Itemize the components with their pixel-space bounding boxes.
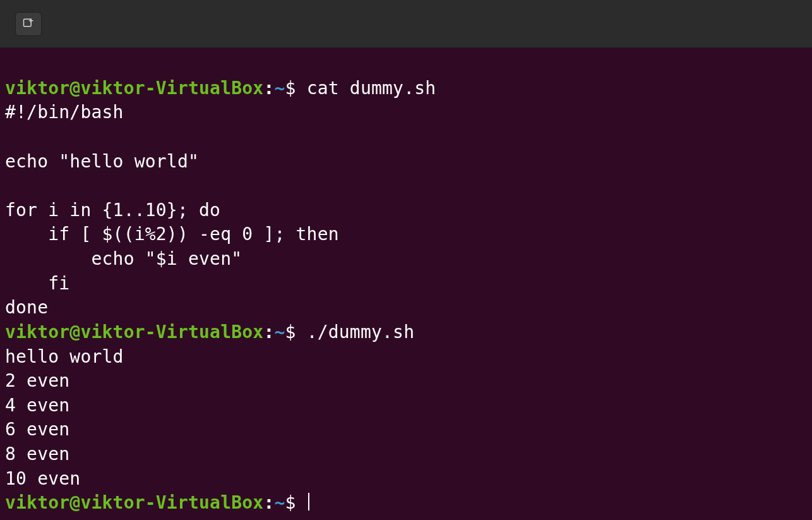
output-line: for i in {1..10}; do bbox=[5, 200, 220, 221]
prompt-path: ~ bbox=[274, 322, 285, 342]
output-line: 2 even bbox=[5, 370, 69, 391]
svg-rect-0 bbox=[24, 19, 32, 27]
command-text: cat dummy.sh bbox=[296, 78, 436, 99]
prompt-user-host: viktor@viktor-VirtualBox bbox=[5, 322, 263, 342]
prompt-line-2: viktor@viktor-VirtualBox:~$ ./dummy.sh bbox=[5, 322, 414, 342]
prompt-dollar: $ bbox=[285, 78, 296, 99]
prompt-path: ~ bbox=[274, 78, 285, 99]
prompt-user-host: viktor@viktor-VirtualBox bbox=[5, 492, 263, 513]
prompt-colon: : bbox=[263, 322, 274, 342]
output-line: 6 even bbox=[5, 419, 69, 440]
prompt-colon: : bbox=[263, 492, 274, 513]
output-line: if [ $((i%2)) -eq 0 ]; then bbox=[5, 224, 339, 245]
prompt-user-host: viktor@viktor-VirtualBox bbox=[5, 78, 263, 99]
output-line: fi bbox=[5, 273, 69, 294]
output-line: echo "$i even" bbox=[5, 248, 242, 269]
output-line: #!/bin/bash bbox=[5, 102, 124, 123]
prompt-dollar: $ bbox=[285, 322, 296, 342]
new-tab-button[interactable] bbox=[15, 12, 42, 36]
command-text bbox=[296, 492, 307, 513]
output-line: 10 even bbox=[5, 468, 80, 489]
new-tab-icon bbox=[22, 16, 35, 32]
cursor-icon bbox=[308, 493, 309, 511]
output-line: 4 even bbox=[5, 395, 69, 416]
prompt-line-3: viktor@viktor-VirtualBox:~$ bbox=[5, 492, 309, 513]
output-line: echo "hello world" bbox=[5, 151, 199, 172]
command-text: ./dummy.sh bbox=[296, 322, 415, 342]
prompt-dollar: $ bbox=[285, 492, 296, 513]
window-titlebar bbox=[0, 0, 812, 48]
prompt-path: ~ bbox=[274, 492, 285, 513]
output-line: 8 even bbox=[5, 444, 69, 464]
output-line: done bbox=[5, 297, 48, 318]
output-line: hello world bbox=[5, 346, 124, 367]
terminal-output[interactable]: viktor@viktor-VirtualBox:~$ cat dummy.sh… bbox=[0, 48, 812, 520]
prompt-line-1: viktor@viktor-VirtualBox:~$ cat dummy.sh bbox=[5, 78, 436, 99]
prompt-colon: : bbox=[263, 78, 274, 99]
